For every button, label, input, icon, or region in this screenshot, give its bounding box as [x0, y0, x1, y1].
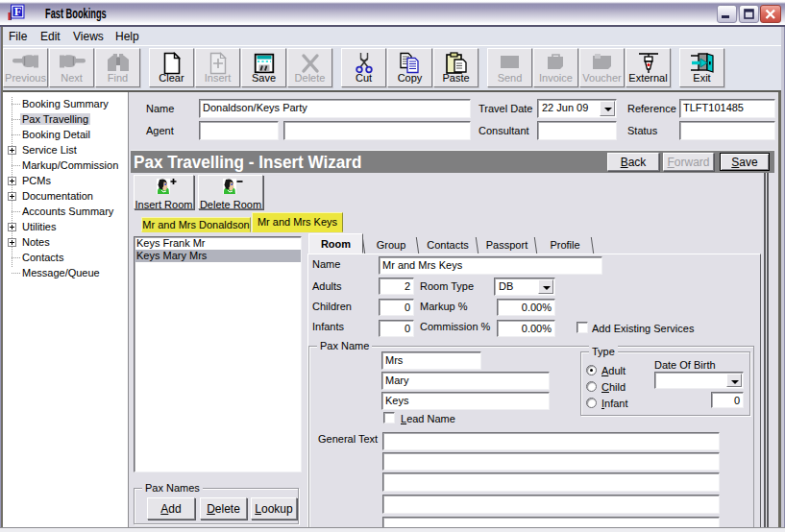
svg-text:F: F [14, 5, 22, 18]
